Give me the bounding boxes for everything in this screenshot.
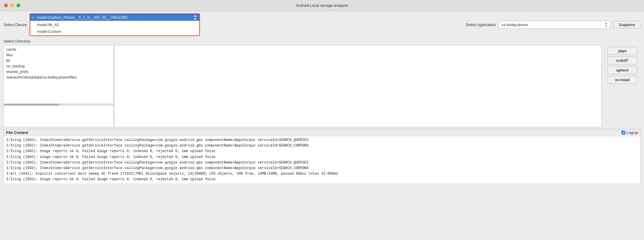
file-tree-item-0[interactable]: cache xyxy=(4,47,113,52)
log-line-7: I/Icing (1602): Usage reports ok 0, Fail… xyxy=(6,177,638,182)
dropdown-items-list: model:Mi_A2 model:Custom xyxy=(30,21,199,35)
top-right-controls: Select Application ca.ilobby.phone ▲ ▼ S… xyxy=(466,21,640,29)
file-tree-item-1[interactable]: files xyxy=(4,52,113,58)
file-content-section: File Content Logcat I/Icing (1602): Inde… xyxy=(4,129,640,184)
svg-marker-1 xyxy=(194,18,197,20)
maximize-button[interactable] xyxy=(16,4,20,7)
dropdown-item-1[interactable]: model:Custom xyxy=(30,28,199,35)
second-row-controls: Select Directory xyxy=(0,38,644,45)
top-controls-row: Select Device ✓ model:Custom_Phone__5_1_… xyxy=(0,11,644,38)
svg-marker-0 xyxy=(194,15,197,17)
minimize-button[interactable] xyxy=(10,4,14,7)
file-content-header: File Content Logcat xyxy=(4,129,640,136)
logcat-label: Logcat xyxy=(626,130,638,135)
log-line-4: I/Icing (1602): IndexChimeraService.getS… xyxy=(6,160,638,166)
log-line-2: I/Icing (1602): Usage reports ok 0, Fail… xyxy=(6,149,638,154)
application-select-arrows: ▲ ▼ xyxy=(605,22,608,28)
log-line-3: I/Icing (1602): Usage reports ok 0, Fail… xyxy=(6,154,638,160)
logcat-checkbox-input[interactable] xyxy=(621,131,625,135)
logcat-checkbox-area[interactable]: Logcat xyxy=(621,130,638,135)
reinstall-button[interactable]: re-install xyxy=(608,76,637,84)
select-application-label: Select Application xyxy=(466,23,496,27)
jdgui-button[interactable]: jdgui xyxy=(608,47,637,55)
apktool-button[interactable]: apktool xyxy=(608,66,637,74)
file-tree-item-3[interactable]: no_backup xyxy=(4,63,113,69)
log-line-0: I/Icing (1602): IndexChimeraService.getS… xyxy=(6,137,638,143)
dropdown-arrow-icon[interactable] xyxy=(193,14,198,21)
file-tree-pane[interactable]: cache files lib no_backup shared_prefs /… xyxy=(4,45,114,127)
log-lines-container: I/Icing (1602): IndexChimeraService.getS… xyxy=(4,136,640,184)
dropdown-selected-item[interactable]: ✓ model:Custom_Phone__5_1_0__API_22__768… xyxy=(30,14,199,21)
log-line-1: I/Icing (1602): IndexChimeraService.getS… xyxy=(6,143,638,149)
file-tree-item-2[interactable]: lib xyxy=(4,58,113,63)
dropdown-item-0[interactable]: model:Mi_A2 xyxy=(30,21,199,28)
sidebar-buttons: jdgui mobSF apktool re-install xyxy=(604,45,640,127)
mobsf-button[interactable]: mobSF xyxy=(608,57,637,64)
panes-wrapper: cache files lib no_backup shared_prefs /… xyxy=(4,45,602,127)
log-line-5: I/Icing (1602): IndexChimeraService.getS… xyxy=(6,166,638,171)
file-content-title: File Content xyxy=(6,130,28,135)
file-pane-scroll-thumb[interactable] xyxy=(4,104,60,105)
snapshot-button[interactable]: Snapshot xyxy=(613,21,640,28)
titlebar: Android Local stroage analyzer xyxy=(0,0,644,11)
file-tree-item-4[interactable]: shared_prefs xyxy=(4,69,113,74)
select-directory-label: Select Directory xyxy=(4,39,31,43)
application-value: ca.ilobby.phone xyxy=(501,23,528,27)
file-pane-scrollbar[interactable] xyxy=(4,103,113,106)
right-content-pane xyxy=(114,45,602,127)
file-tree-item-5[interactable]: /sdcard/Android/data/ca.ilobby.phone/fil… xyxy=(4,74,113,80)
select-device-label: Select Device xyxy=(4,23,27,27)
traffic-lights xyxy=(4,4,20,7)
close-button[interactable] xyxy=(4,4,8,7)
main-content-area: cache files lib no_backup shared_prefs /… xyxy=(0,45,644,127)
device-dropdown[interactable]: ✓ model:Custom_Phone__5_1_0__API_22__768… xyxy=(30,13,200,36)
window-title: Android Local stroage analyzer xyxy=(296,3,348,8)
log-line-6: I/art (1602): Explicit concurrent mark s… xyxy=(6,171,638,177)
application-select-box[interactable]: ca.ilobby.phone ▲ ▼ xyxy=(499,21,610,29)
arrow-down-icon: ▼ xyxy=(605,25,608,28)
checkmark-icon: ✓ xyxy=(32,15,35,20)
dropdown-selected-text: model:Custom_Phone__5_1_0__API_22__768x1… xyxy=(37,15,127,20)
